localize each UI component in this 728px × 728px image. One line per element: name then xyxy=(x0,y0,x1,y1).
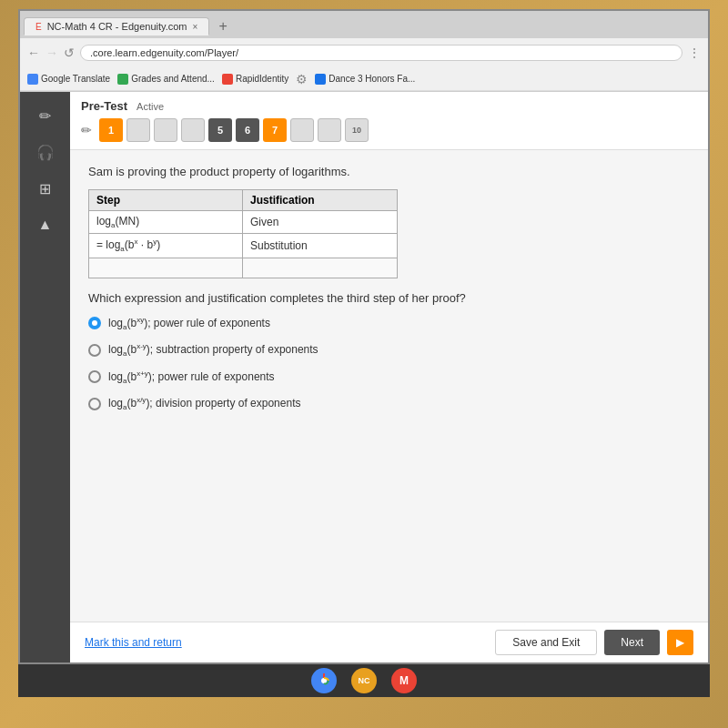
answer-choice-4[interactable]: loga(bx/y); division property of exponen… xyxy=(88,396,690,411)
table-row-1: loga(MN) Given xyxy=(89,211,398,234)
content-area: ✏ 🎧 ⊞ ▲ Pre-Test Activ xyxy=(20,92,708,662)
radio-btn-3[interactable] xyxy=(88,370,101,383)
forward-button[interactable]: → xyxy=(46,46,58,60)
answer-choices: loga(bxy); power rule of exponents loga(… xyxy=(88,316,690,412)
radio-btn-4[interactable] xyxy=(88,398,101,410)
question-numbers: ✏ 1 5 6 7 10 xyxy=(81,118,697,142)
top-bar: Pre-Test Active ✏ 1 5 6 7 10 xyxy=(70,92,708,150)
sidebar: ✏ 🎧 ⊞ ▲ xyxy=(20,92,70,662)
choice-4-text: loga(bx/y); division property of exponen… xyxy=(108,396,300,411)
google-translate-icon xyxy=(27,74,38,85)
choice-2-text: loga(bx-y); subtraction property of expo… xyxy=(108,342,318,358)
bookmarks-bar: Google Translate Grades and Attend... Ra… xyxy=(20,67,708,91)
question-content: Sam is proving the product property of l… xyxy=(70,150,708,622)
question-btn-1[interactable]: 1 xyxy=(99,118,123,142)
nav-pencil-icon: ✏ xyxy=(81,123,92,137)
sidebar-item-calculator[interactable]: ⊞ xyxy=(27,172,64,205)
back-button[interactable]: ← xyxy=(27,46,40,60)
question-btn-5[interactable]: 5 xyxy=(208,118,232,142)
monitor: E NC-Math 4 CR - Edgenuity.com × + ← → ↺… xyxy=(0,0,728,728)
table-header-justification: Justification xyxy=(243,190,398,211)
table-row-3 xyxy=(89,258,398,278)
radio-btn-1[interactable] xyxy=(88,317,101,329)
answer-choice-1[interactable]: loga(bxy); power rule of exponents xyxy=(88,316,690,331)
bookmark-grades-label: Grades and Attend... xyxy=(131,74,215,84)
table-cell-just-1: Given xyxy=(243,211,398,234)
taskbar-gmail-icon[interactable]: M xyxy=(391,668,417,693)
mark-return-link[interactable]: Mark this and return xyxy=(85,636,182,649)
sidebar-item-pencil[interactable]: ✏ xyxy=(27,99,64,132)
table-cell-step-1: loga(MN) xyxy=(89,211,243,234)
bookmark-google-translate-label: Google Translate xyxy=(41,74,110,84)
question-btn-4[interactable] xyxy=(181,118,205,142)
question-btn-9[interactable] xyxy=(318,118,341,142)
pencil-icon: ✏ xyxy=(39,107,51,125)
pretest-row: Pre-Test Active xyxy=(81,99,697,113)
headphones-icon: 🎧 xyxy=(36,144,55,161)
bookmark-google-translate[interactable]: Google Translate xyxy=(27,74,110,85)
grades-icon xyxy=(117,74,128,85)
table-cell-step-2: = loga(bx · by) xyxy=(89,234,243,258)
rapid-identity-icon xyxy=(222,74,233,85)
table-cell-just-3 xyxy=(243,258,398,278)
table-cell-step-3 xyxy=(89,258,243,278)
table-cell-just-2: Substitution xyxy=(243,234,398,258)
proof-table: Step Justification loga(MN) Given = loga… xyxy=(88,189,398,278)
bookmark-rapid-label: RapidIdentity xyxy=(236,74,288,84)
nc-label: NC xyxy=(359,676,370,685)
question-btn-10[interactable]: 10 xyxy=(345,118,369,142)
question-btn-6[interactable]: 6 xyxy=(236,118,259,142)
browser-chrome: E NC-Math 4 CR - Edgenuity.com × + ← → ↺… xyxy=(20,11,708,92)
gmail-label: M xyxy=(399,674,409,687)
active-tab[interactable]: E NC-Math 4 CR - Edgenuity.com × xyxy=(24,17,209,35)
dance-icon xyxy=(315,74,326,85)
bottom-buttons: Save and Exit Next ▶ xyxy=(495,630,693,655)
which-expression-prompt: Which expression and justification compl… xyxy=(88,291,690,305)
tab-favicon: E xyxy=(35,22,42,32)
next-arrow-button[interactable]: ▶ xyxy=(667,630,693,655)
url-text: .core.learn.edgenuity.com/Player/ xyxy=(90,47,238,58)
answer-choice-3[interactable]: loga(bx+y); power rule of exponents xyxy=(88,369,690,385)
bookmark-grades[interactable]: Grades and Attend... xyxy=(117,74,215,85)
sidebar-item-headphones[interactable]: 🎧 xyxy=(27,136,64,168)
table-header-step: Step xyxy=(89,190,243,211)
new-tab-button[interactable]: + xyxy=(213,18,232,35)
bottom-bar: Mark this and return Save and Exit Next … xyxy=(70,622,708,662)
bookmark-dance[interactable]: Dance 3 Honors Fa... xyxy=(315,74,415,85)
url-field[interactable]: .core.learn.edgenuity.com/Player/ xyxy=(80,45,682,61)
screen: E NC-Math 4 CR - Edgenuity.com × + ← → ↺… xyxy=(18,9,710,664)
taskbar-nc-icon[interactable]: NC xyxy=(351,668,377,693)
settings-icon: ⚙ xyxy=(296,72,308,86)
table-row-2: = loga(bx · by) Substitution xyxy=(89,234,398,258)
next-button[interactable]: Next xyxy=(604,630,660,655)
save-exit-button[interactable]: Save and Exit xyxy=(495,630,597,655)
taskbar: NC M xyxy=(18,664,710,697)
question-btn-7[interactable]: 7 xyxy=(263,118,287,142)
taskbar-chrome-icon[interactable] xyxy=(311,668,337,693)
answer-choice-2[interactable]: loga(bx-y); subtraction property of expo… xyxy=(88,342,690,358)
extensions-button[interactable]: ⋮ xyxy=(688,46,701,60)
address-bar: ← → ↺ .core.learn.edgenuity.com/Player/ … xyxy=(20,38,708,67)
sidebar-item-up-arrow[interactable]: ▲ xyxy=(27,208,64,241)
tab-close-button[interactable]: × xyxy=(193,22,198,32)
question-intro: Sam is proving the product property of l… xyxy=(88,165,690,178)
bookmark-dance-label: Dance 3 Honors Fa... xyxy=(329,74,415,84)
question-btn-8[interactable] xyxy=(290,118,314,142)
main-panel: Pre-Test Active ✏ 1 5 6 7 10 xyxy=(70,92,708,662)
choice-1-text: loga(bxy); power rule of exponents xyxy=(108,316,270,331)
choice-3-text: loga(bx+y); power rule of exponents xyxy=(108,369,275,385)
radio-btn-2[interactable] xyxy=(88,344,101,357)
question-btn-2[interactable] xyxy=(126,118,150,142)
tab-title: NC-Math 4 CR - Edgenuity.com xyxy=(47,21,187,32)
calculator-icon: ⊞ xyxy=(39,180,51,197)
reload-button[interactable]: ↺ xyxy=(64,46,75,60)
pretest-label: Pre-Test xyxy=(81,99,127,113)
bookmark-rapid[interactable]: RapidIdentity xyxy=(222,74,288,85)
up-arrow-icon: ▲ xyxy=(38,217,53,233)
question-btn-3[interactable] xyxy=(154,118,177,142)
active-badge: Active xyxy=(136,101,164,112)
tab-bar: E NC-Math 4 CR - Edgenuity.com × + xyxy=(20,11,708,38)
